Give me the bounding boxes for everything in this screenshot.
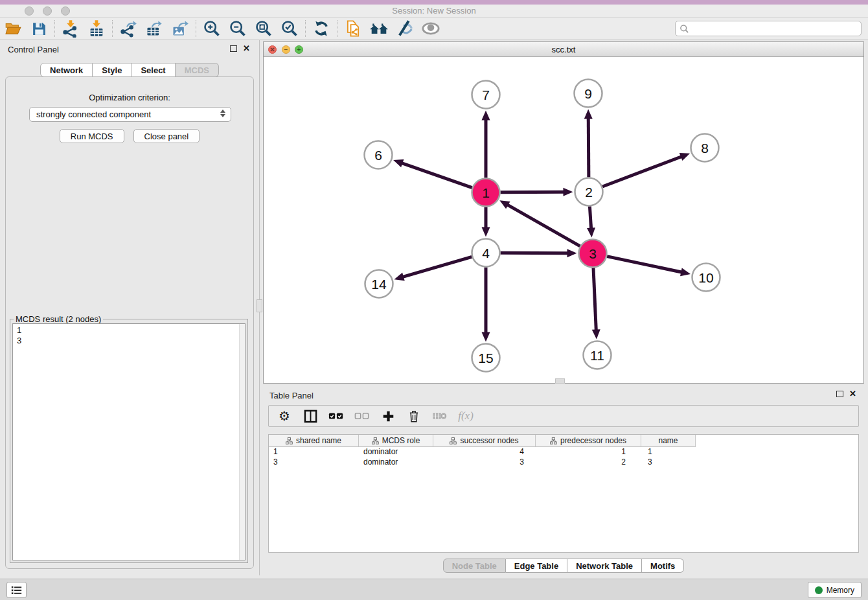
table-panel: Table Panel ✕ ⚙ [263, 386, 864, 577]
edge-4-3[interactable] [500, 253, 569, 253]
table-header-row: shared nameMCDS rolesuccessor nodesprede… [269, 435, 858, 447]
clone-network-button[interactable] [340, 18, 366, 39]
tab-network[interactable]: Network [40, 63, 93, 77]
table-cell[interactable]: 4 [433, 447, 536, 457]
birds-eye-view-button[interactable] [418, 18, 444, 39]
tab-network-table[interactable]: Network Table [567, 559, 642, 573]
table-cell[interactable]: 1 [641, 447, 696, 457]
open-session-button[interactable] [0, 18, 26, 39]
refresh-layout-icon [313, 20, 330, 37]
zoom-in-button[interactable] [199, 18, 225, 39]
tab-edge-table[interactable]: Edge Table [506, 559, 567, 573]
tab-motifs[interactable]: Motifs [642, 559, 684, 573]
zoom-fit-button[interactable] [251, 18, 277, 39]
column-header-name[interactable]: name [641, 435, 696, 447]
tab-style[interactable]: Style [93, 63, 131, 77]
deselect-all-button[interactable] [354, 408, 370, 424]
edge-4-14[interactable] [402, 257, 472, 277]
horizontal-splitter-grip[interactable] [555, 378, 565, 384]
table-row[interactable]: 3dominator323 [269, 457, 858, 468]
optimization-criterion-dropdown[interactable]: strongly connected component [29, 107, 231, 122]
export-table-button[interactable] [141, 18, 167, 39]
zoom-selected-button[interactable] [277, 18, 303, 39]
edge-3-10[interactable] [607, 257, 683, 273]
edit-column-icon [550, 437, 557, 444]
close-panel-icon[interactable]: ✕ [243, 43, 250, 53]
select-all-button[interactable] [328, 408, 344, 424]
mcds-result-list[interactable]: 13 [12, 323, 246, 560]
table-cell[interactable]: dominator [359, 447, 433, 457]
tab-mcds[interactable]: MCDS [176, 63, 219, 77]
edge-2-9[interactable] [588, 117, 589, 177]
float-table-panel-icon[interactable] [836, 391, 843, 397]
export-image-icon [171, 19, 189, 38]
arrowhead-1-7 [482, 111, 490, 121]
table-cell[interactable]: 3 [269, 457, 359, 468]
table-cell[interactable]: 3 [433, 457, 536, 468]
toggle-panes-button[interactable] [303, 408, 318, 424]
dropdown-value: strongly connected component [36, 110, 151, 119]
save-floppy-icon [31, 21, 47, 37]
column-header-MCDS-role[interactable]: MCDS role [359, 435, 433, 447]
export-image-button[interactable] [167, 18, 193, 39]
edge-2-3[interactable] [589, 206, 591, 229]
zoom-fit-icon [255, 19, 273, 38]
zoom-selected-icon [280, 19, 299, 38]
edge-1-2[interactable] [500, 192, 565, 192]
apply-layout-button[interactable] [308, 18, 334, 39]
table-cell[interactable]: 1 [269, 447, 359, 457]
export-network-icon [119, 19, 137, 38]
import-network-button[interactable] [58, 18, 84, 39]
task-history-button[interactable] [6, 582, 27, 598]
tab-node-table[interactable]: Node Table [443, 559, 506, 573]
close-panel-button[interactable]: Close panel [133, 129, 200, 143]
float-panel-icon[interactable] [230, 45, 237, 52]
edge-1-6[interactable] [400, 163, 472, 188]
add-column-button[interactable] [380, 408, 396, 424]
column-header-predecessor-nodes[interactable]: predecessor nodes [536, 435, 641, 447]
table-panel-title: Table Panel [269, 391, 314, 400]
zoom-out-button[interactable] [225, 18, 251, 39]
table-cell[interactable]: 2 [536, 457, 641, 468]
node-label-11: 11 [590, 348, 604, 363]
table-cell[interactable]: 3 [641, 457, 696, 468]
close-table-panel-icon[interactable]: ✕ [849, 389, 856, 398]
import-table-button[interactable] [84, 18, 109, 39]
node-table[interactable]: shared nameMCDS rolesuccessor nodesprede… [268, 434, 859, 553]
delete-column-button[interactable] [406, 408, 422, 424]
table-tabs: Node TableEdge TableNetwork TableMotifs [263, 559, 864, 573]
arrowhead-4-14 [394, 273, 405, 281]
column-header-successor-nodes[interactable]: successor nodes [433, 435, 536, 447]
checked-boxes-icon [328, 412, 344, 420]
result-scrollbar[interactable] [239, 324, 245, 560]
memory-label: Memory [827, 586, 854, 595]
edge-2-8[interactable] [602, 156, 683, 187]
save-session-button[interactable] [26, 18, 52, 39]
toolbar-separator [305, 20, 306, 37]
memory-button[interactable]: Memory [808, 582, 862, 598]
network-graph[interactable]: 7968124314101511 [264, 57, 863, 383]
search-icon [680, 24, 689, 34]
tab-select[interactable]: Select [131, 63, 175, 77]
home-view-button[interactable] [366, 18, 392, 39]
edge-3-11[interactable] [593, 268, 596, 331]
table-cell[interactable]: 1 [536, 447, 641, 457]
node-label-10: 10 [698, 270, 713, 285]
trash-icon [407, 410, 420, 423]
edge-3-1[interactable] [507, 204, 580, 246]
vertical-splitter-grip[interactable] [257, 299, 262, 312]
search-box[interactable] [675, 21, 862, 36]
export-network-button[interactable] [115, 18, 141, 39]
hide-graphics-details-button[interactable] [392, 18, 418, 39]
table-settings-button[interactable]: ⚙ [277, 408, 292, 424]
table-row[interactable]: 1dominator411 [269, 447, 858, 457]
network-window-titlebar[interactable]: ✕ − + scc.txt [264, 42, 863, 57]
result-line: 1 [17, 325, 241, 336]
node-label-8: 8 [701, 141, 709, 156]
run-mcds-button[interactable]: Run MCDS [60, 129, 124, 143]
search-input[interactable] [689, 22, 861, 35]
table-cell[interactable]: dominator [359, 457, 433, 468]
plus-icon [382, 410, 394, 422]
network-canvas[interactable]: 7968124314101511 [264, 57, 863, 383]
column-header-shared-name[interactable]: shared name [269, 435, 359, 447]
